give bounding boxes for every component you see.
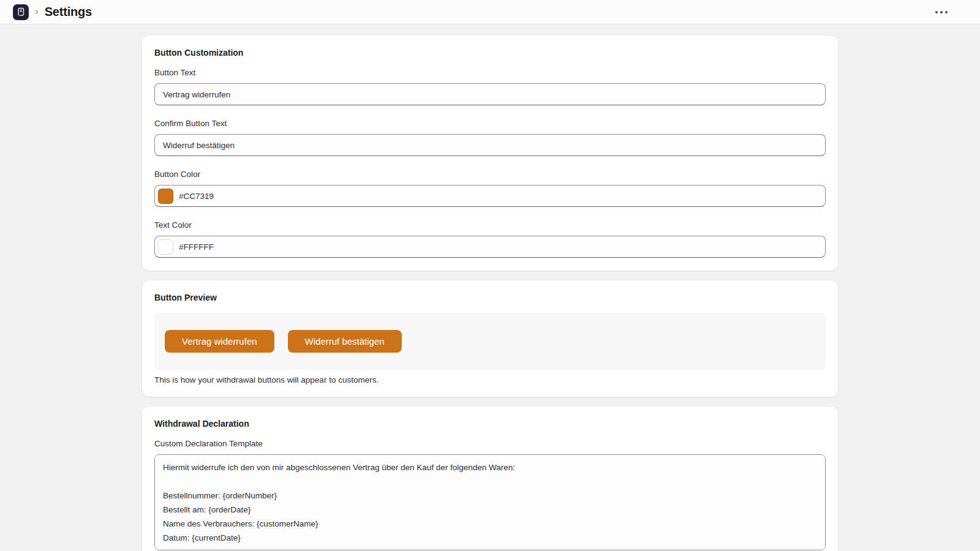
field-declaration-template: Custom Declaration Template Hiermit wide… bbox=[154, 439, 826, 550]
topbar: › Settings bbox=[0, 0, 980, 24]
button-text-input[interactable] bbox=[154, 83, 826, 105]
settings-content: Button Customization Button Text Confirm… bbox=[142, 36, 838, 551]
button-customization-card: Button Customization Button Text Confirm… bbox=[142, 36, 838, 271]
text-color-input[interactable] bbox=[179, 242, 822, 252]
confirm-button-text-label: Confirm Button Text bbox=[154, 119, 826, 128]
card-title-withdrawal-declaration: Withdrawal Declaration bbox=[154, 419, 826, 429]
button-color-input[interactable] bbox=[179, 192, 822, 201]
button-color-field bbox=[154, 185, 826, 207]
declaration-template-label: Custom Declaration Template bbox=[154, 439, 826, 448]
button-color-swatch[interactable] bbox=[158, 189, 173, 204]
card-title-button-customization: Button Customization bbox=[154, 48, 826, 58]
button-text-label: Button Text bbox=[154, 68, 826, 77]
button-preview-card: Button Preview Vertrag widerrufen Widerr… bbox=[142, 280, 838, 397]
text-color-swatch[interactable] bbox=[158, 239, 173, 255]
field-button-text: Button Text bbox=[154, 68, 826, 105]
card-title-button-preview: Button Preview bbox=[154, 293, 826, 302]
overflow-menu-button[interactable] bbox=[932, 6, 951, 18]
breadcrumb-chevron-icon: › bbox=[35, 6, 39, 18]
preview-caption: This is how your withdrawal buttons will… bbox=[154, 375, 826, 384]
confirm-button-text-input[interactable] bbox=[154, 134, 826, 156]
text-color-field bbox=[154, 236, 826, 258]
text-color-label: Text Color bbox=[154, 220, 826, 230]
field-text-color: Text Color bbox=[154, 220, 826, 258]
horizontal-dots-icon bbox=[935, 11, 948, 13]
app-logo-button[interactable] bbox=[13, 4, 29, 20]
button-color-label: Button Color bbox=[154, 170, 826, 179]
preview-withdraw-button[interactable]: Vertrag widerrufen bbox=[165, 330, 274, 353]
declaration-template-textarea[interactable]: Hiermit widerrufe ich den von mir abgesc… bbox=[154, 454, 826, 550]
field-confirm-button-text: Confirm Button Text bbox=[154, 119, 826, 156]
button-preview-area: Vertrag widerrufen Widerruf bestätigen bbox=[154, 313, 826, 370]
field-button-color: Button Color bbox=[154, 170, 826, 207]
preview-confirm-button[interactable]: Widerruf bestätigen bbox=[288, 330, 402, 353]
app-logo-document-icon bbox=[15, 7, 26, 18]
page-title: Settings bbox=[45, 5, 92, 19]
withdrawal-declaration-card: Withdrawal Declaration Custom Declaratio… bbox=[142, 407, 838, 551]
